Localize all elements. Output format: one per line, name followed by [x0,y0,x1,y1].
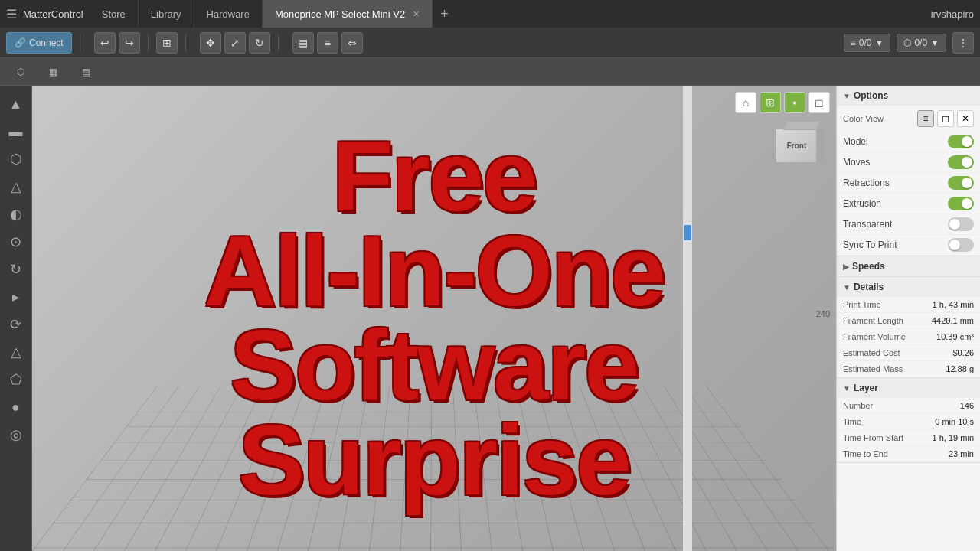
mirror-button[interactable]: ⇔ [341,32,363,54]
layer-slider-handle[interactable] [684,225,691,240]
speeds-header-label: Speeds [852,261,885,272]
color-view-solid-button[interactable]: ◻ [937,110,954,127]
queue-icon2: ⬡ [903,37,911,48]
sidebar-rotate-icon[interactable]: ↻ [4,257,28,282]
connect-button[interactable]: 🔗 Connect [6,32,72,54]
layer-time-row: Time 0 min 10 s [837,414,980,430]
tab-hardware[interactable]: Hardware [194,0,263,28]
title-bar: ☰ MatterControl Store Library Hardware M… [0,0,980,28]
queue-chevron-icon: ▼ [875,37,884,48]
toolbar-group-tools: ✥ ⤢ ↻ [200,32,270,54]
sidebar-circle-icon[interactable]: ● [4,395,28,419]
sync-toggle-knob [949,240,960,250]
layer-view-icon: ▦ [49,67,57,77]
sidebar-triangle2-icon[interactable]: △ [4,340,28,364]
retractions-toggle-knob [962,178,972,188]
right-panel: ▼ Options Color View ≡ ◻ ✕ Model Moves [836,86,980,551]
sidebar-torus-icon[interactable]: ⊙ [4,230,28,254]
layers-button[interactable]: ≡ [317,32,338,54]
options-section-header[interactable]: ▼ Options [837,86,980,106]
color-view-lines-button[interactable]: ≡ [917,110,934,127]
sidebar-cylinder-icon[interactable]: ⬡ [4,147,28,171]
detail-estimated-cost: Estimated Cost $0.26 [837,345,980,361]
sidebar-cone-icon[interactable]: △ [4,174,28,199]
tab-library[interactable]: Library [139,0,194,28]
details-header-label: Details [854,282,884,292]
solid-view-button[interactable]: ▪ [784,92,805,113]
details-section: ▼ Details Print Time 1 h, 43 min Filamen… [837,277,980,378]
wire-view-button[interactable]: ◻ [808,92,830,113]
grid-overlay [32,385,836,551]
sidebar-play-icon[interactable]: ▸ [4,285,28,309]
tab-store[interactable]: Store [90,0,139,28]
redo-button[interactable]: ↪ [119,32,140,54]
ortho-view-button[interactable]: ⊞ [760,92,781,113]
toolbar-group-arrange: ▤ ≡ ⇔ [292,32,363,54]
toolbar-group-view: ↩ ↪ [94,32,140,54]
queue-button-1[interactable]: ≡ 0/0 ▼ [844,34,891,52]
cube-navigator[interactable]: Front [769,119,827,177]
grid-view-button[interactable]: ⊞ [156,32,178,54]
options-chevron-icon: ▼ [843,92,851,100]
transparent-toggle[interactable] [948,217,974,231]
home-view-button[interactable]: ⌂ [735,92,756,113]
tab-settings[interactable]: ▤ [71,61,101,83]
model-toggle[interactable] [948,135,974,148]
queue-button-2[interactable]: ⬡ 0/0 ▼ [897,34,946,52]
layer-section: ▼ Layer Number 146 Time 0 min 10 s Time … [837,378,980,463]
connect-icon: 🔗 [15,37,26,48]
tab-layer-view[interactable]: ▦ [38,61,68,83]
moves-toggle-knob [962,157,972,168]
toggle-retractions: Retractions [837,173,980,194]
speeds-section-header[interactable]: ▶ Speeds [837,256,980,276]
detail-print-time: Print Time 1 h, 43 min [837,297,980,313]
tab-3d-view[interactable]: ⬡ [6,61,35,83]
main-layout: ▲ ▬ ⬡ △ ◐ ⊙ ↻ ▸ ⟳ △ ⬠ ● ◎ Free All-In-On… [0,86,980,551]
layer-section-header[interactable]: ▼ Layer [837,378,980,398]
title-tabs: Store Library Hardware Monoprice MP Sele… [90,0,925,28]
more-options-button[interactable]: ⋮ [952,32,974,54]
layer-slider[interactable] [683,86,692,551]
detail-filament-volume: Filament Volume 10.39 cm³ [837,329,980,345]
sidebar-sphere-icon[interactable]: ◐ [4,202,28,227]
moves-toggle[interactable] [948,155,974,169]
tab-printer[interactable]: Monoprice MP Select Mini V2 ✕ [263,0,433,28]
rotate-tool-button[interactable]: ↻ [249,32,270,54]
arrange-button[interactable]: ▤ [292,32,314,54]
tab-add-button[interactable]: + [433,6,456,22]
toolbar-right: ≡ 0/0 ▼ ⬡ 0/0 ▼ ⋮ [844,32,974,54]
sidebar-triangle-icon[interactable]: ▲ [4,92,28,116]
queue-chevron2-icon: ▼ [930,37,939,48]
speeds-section: ▶ Speeds [837,256,980,277]
cube-top-face [783,121,820,130]
toggle-transparent: Transparent [837,214,980,235]
speeds-chevron-icon: ▶ [843,262,849,271]
toolbar: 🔗 Connect ↩ ↪ ⊞ ✥ ⤢ ↻ ▤ ≡ ⇔ ≡ 0/0 ▼ ⬡ 0/… [0,28,980,58]
cube-front-face: Front [776,129,818,163]
sidebar-donut-icon[interactable]: ◎ [4,422,28,447]
extrusion-toggle[interactable] [948,197,974,210]
hamburger-icon[interactable]: ☰ [6,7,17,21]
move-tool-button[interactable]: ✥ [200,32,221,54]
tab-close-icon[interactable]: ✕ [413,9,420,19]
details-section-header[interactable]: ▼ Details [837,277,980,297]
color-view-icons: ≡ ◻ ✕ [917,110,974,127]
view-tabs: ⬡ ▦ ▤ [0,58,980,86]
sidebar-pentagon-icon[interactable]: ⬠ [4,367,28,392]
toggle-model: Model [837,132,980,152]
scale-tool-button[interactable]: ⤢ [224,32,246,54]
app-name: MatterControl [23,8,83,20]
undo-button[interactable]: ↩ [94,32,116,54]
extrusion-toggle-knob [962,198,972,209]
cube-side-face [816,127,825,165]
queue-icon: ≡ [851,37,856,48]
retractions-toggle[interactable] [948,176,974,190]
sync-toggle[interactable] [948,238,974,252]
toggle-moves: Moves [837,152,980,173]
layer-number-row: Number 146 [837,398,980,414]
viewport[interactable]: Free All-In-One Software Surprise ⌂ ⊞ ▪ … [32,86,836,551]
sidebar-rect-icon[interactable]: ▬ [4,119,28,144]
color-view-transparent-button[interactable]: ✕ [957,110,974,127]
toggle-sync: Sync To Print [837,235,980,256]
sidebar-link-icon[interactable]: ⟳ [4,312,28,337]
